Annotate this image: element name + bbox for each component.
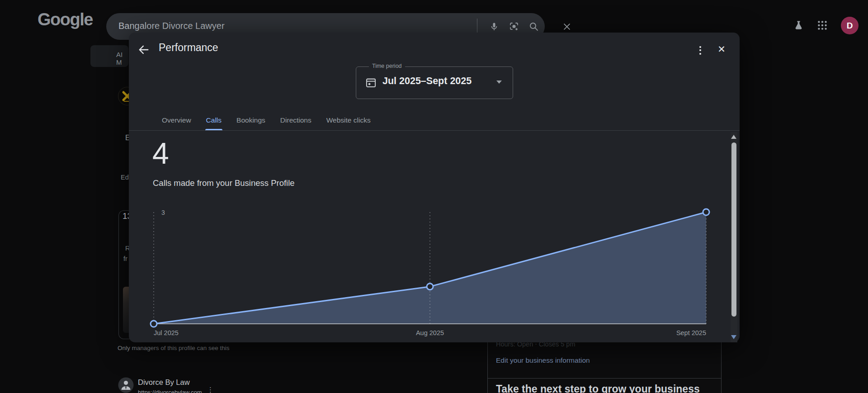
- site-url-link[interactable]: https://divorcebylaw.com: [138, 389, 202, 393]
- labs-icon[interactable]: [788, 15, 809, 36]
- back-button[interactable]: [137, 43, 151, 57]
- tab-bookings[interactable]: Bookings: [236, 110, 265, 130]
- search-input[interactable]: Bangalore Divorce Lawyer: [118, 21, 225, 31]
- scroll-down-icon[interactable]: [731, 335, 736, 339]
- scrollbar-thumb[interactable]: [731, 142, 736, 317]
- scroll-up-icon[interactable]: [731, 135, 736, 139]
- chevron-down-icon: [496, 80, 502, 84]
- apps-grid-icon[interactable]: [812, 15, 833, 36]
- tab-overview[interactable]: Overview: [162, 110, 191, 130]
- tab-calls[interactable]: Calls: [206, 110, 222, 130]
- visibility-note: Only managers of this profile can see th…: [118, 345, 230, 351]
- tab-website-clicks[interactable]: Website clicks: [326, 110, 371, 130]
- y-tick-label: 3: [161, 209, 165, 216]
- tab-directions[interactable]: Directions: [280, 110, 311, 130]
- site-favicon: [118, 377, 134, 393]
- calendar-icon: [365, 76, 377, 90]
- chart-area-fill: [154, 212, 706, 324]
- card-divider: [488, 378, 721, 379]
- ai-mode-label: AI M: [116, 51, 128, 66]
- x-tick-label: Jul 2025: [154, 329, 179, 336]
- google-logo[interactable]: Google: [38, 10, 93, 29]
- data-point-jul-2025: [151, 321, 157, 327]
- account-avatar[interactable]: D: [841, 17, 859, 34]
- time-period-label: Time period: [369, 63, 405, 69]
- x-tick-label: Sept 2025: [676, 329, 706, 336]
- data-point-sept-2025: [703, 209, 709, 215]
- tab-ai-mode[interactable]: AI M: [90, 45, 128, 67]
- calls-metric-description: Calls made from your Business Profile: [153, 178, 295, 188]
- result-more-options-icon[interactable]: ⋮: [207, 386, 214, 393]
- edit-business-link[interactable]: Edit your business information: [496, 356, 590, 365]
- tabs-divider: [129, 130, 740, 131]
- close-button[interactable]: ✕: [714, 42, 729, 57]
- site-name-link[interactable]: Divorce By Law: [138, 378, 190, 387]
- performance-dialog: Performance ✕ Time period Jul 2025–Sept …: [129, 33, 740, 342]
- calls-metric-value: 4: [152, 138, 169, 168]
- data-point-aug-2025: [427, 284, 433, 290]
- time-period-value: Jul 2025–Sept 2025: [382, 76, 472, 87]
- calls-chart: Jul 2025Aug 2025Sept 20253: [149, 205, 714, 341]
- dialog-title: Performance: [159, 42, 218, 54]
- x-tick-label: Aug 2025: [416, 329, 444, 336]
- time-period-select[interactable]: Time period Jul 2025–Sept 2025: [356, 66, 513, 99]
- business-info-card: Hours: Open ⋅ Closes 5 pm Edit your busi…: [487, 334, 722, 393]
- text-fragment: Ed: [121, 174, 129, 181]
- performance-tabs: OverviewCallsBookingsDirectionsWebsite c…: [129, 110, 740, 130]
- dialog-scrollbar[interactable]: [731, 132, 737, 342]
- grow-business-heading: Take the next step to grow your business: [496, 383, 700, 393]
- text-fragment: fr: [123, 255, 127, 262]
- search-divider: [477, 19, 477, 34]
- more-options-button[interactable]: [693, 43, 707, 57]
